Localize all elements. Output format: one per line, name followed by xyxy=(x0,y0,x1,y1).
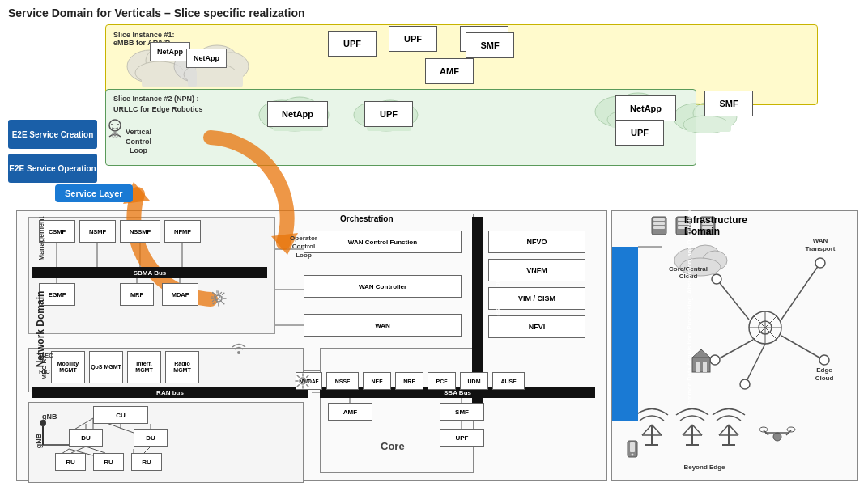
amf-core-box: AMF xyxy=(328,403,372,421)
upf-box-g2: UPF xyxy=(615,120,664,146)
cda-bar xyxy=(612,247,638,421)
nssf-box: NSSF xyxy=(326,372,359,390)
smf-box-g: SMF xyxy=(704,91,753,116)
mob-mgmt-box: Mobility MGMT xyxy=(51,351,85,383)
orchestration-bus-label: Orchestration bus xyxy=(494,275,501,331)
core-label: Core xyxy=(381,440,405,452)
du-box-2: DU xyxy=(134,429,168,447)
nfvo-box: NFVO xyxy=(488,231,585,253)
nfmf-box: NFMF xyxy=(164,220,201,243)
mrf-box: MRF xyxy=(120,283,154,306)
smf-core-box: SMF xyxy=(440,403,484,421)
gnb-label: gNB xyxy=(35,434,43,449)
upf-box-y1: UPF xyxy=(328,31,377,57)
gnb-text: gNB xyxy=(42,413,57,421)
vcl-label: VerticalControlLoop xyxy=(126,128,151,156)
service-layer-badge: Service Layer xyxy=(55,184,133,202)
svg-point-34 xyxy=(114,134,117,137)
network-domain-label: Network Domain xyxy=(35,291,46,368)
du-box-1: DU xyxy=(69,429,103,447)
svg-point-134 xyxy=(215,294,220,300)
svg-point-32 xyxy=(117,124,119,125)
ru-box-1: RU xyxy=(55,453,86,471)
nfvi-box: NFVI xyxy=(488,315,585,338)
ru-box-2: RU xyxy=(93,453,124,471)
infra-domain-box xyxy=(611,210,858,481)
cda-text: Common Data Acquisition, Processing, Abs… xyxy=(686,247,695,408)
management-label: Management xyxy=(37,216,45,260)
netapp-box-1: NetApp xyxy=(150,42,190,61)
nrf-box: NRF xyxy=(395,372,423,390)
wifi-icon xyxy=(230,340,248,358)
upf-box-g: UPF xyxy=(364,101,413,127)
orchestration-title: Orchestration xyxy=(340,214,394,223)
nsmf-box: NSMF xyxy=(79,220,116,243)
page-title: Service Domain for Verticals – Slice spe… xyxy=(8,6,305,19)
sba-bus: SBA Bus xyxy=(320,387,595,398)
head-icon xyxy=(104,117,126,140)
pcf-box: PCF xyxy=(428,372,456,390)
wan-box: WAN xyxy=(304,314,462,337)
netapp-box-g: NetApp xyxy=(267,101,328,127)
infra-title: InfrastructureDomain xyxy=(684,214,747,237)
interf-mgmt-box: Interf. MGMT xyxy=(127,351,161,383)
ran-bus: RAN bus xyxy=(32,387,308,398)
ocl-label: OperatorControlLoop xyxy=(283,235,324,260)
svg-point-133 xyxy=(300,378,306,384)
nef-box: NEF xyxy=(363,372,391,390)
e2e-creation-button[interactable]: E2E Service Creation xyxy=(8,120,97,149)
radio-mgmt-box: Radio MGMT xyxy=(165,351,199,383)
smf-box-y2: SMF xyxy=(466,32,514,58)
vim-box: VIM / CISM xyxy=(488,287,585,310)
gear-icon-3 xyxy=(210,290,224,304)
nssmf-box: NSSMF xyxy=(120,220,160,243)
wan-controller-box: WAN Controller xyxy=(304,275,462,298)
netapp-box-2: NetApp xyxy=(186,49,227,68)
qos-mgmt-box: QoS MGMT xyxy=(89,351,123,383)
wan-cf-box: WAN Control Function xyxy=(304,231,462,253)
netapp-box-g2: NetApp xyxy=(615,95,676,121)
udm-box: UDM xyxy=(460,372,488,390)
upf-box-y2: UPF xyxy=(389,26,437,52)
cu-box: CU xyxy=(93,406,148,424)
svg-point-31 xyxy=(111,124,113,125)
amf-box-y: AMF xyxy=(425,58,474,84)
upf-core-box: UPF xyxy=(440,429,484,447)
gear-icon-2 xyxy=(294,372,312,390)
ausf-box: AUSF xyxy=(492,372,525,390)
mdaf-box: MDAF xyxy=(162,283,198,306)
vnfm-box: VNFM xyxy=(488,259,585,281)
svg-point-135 xyxy=(237,351,240,354)
sbma-bus: SBMA Bus xyxy=(32,267,267,278)
ru-box-3: RU xyxy=(131,453,162,471)
e2e-operation-button[interactable]: E2E Service Operation xyxy=(8,154,97,183)
slice2-label: Slice Instance #2 (NPN) : URLLC for Edge… xyxy=(113,94,203,114)
